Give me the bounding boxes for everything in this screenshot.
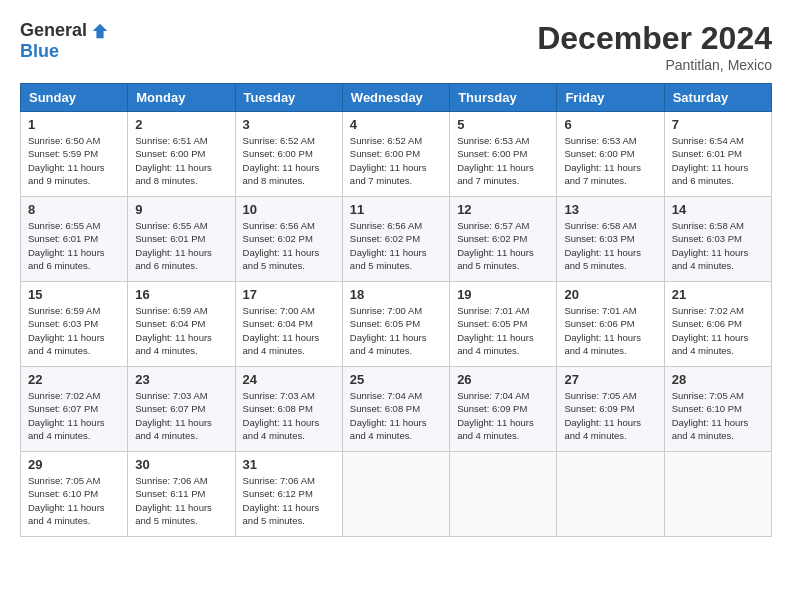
col-thursday: Thursday xyxy=(450,84,557,112)
table-row: 23Sunrise: 7:03 AM Sunset: 6:07 PM Dayli… xyxy=(128,367,235,452)
table-row: 27Sunrise: 7:05 AM Sunset: 6:09 PM Dayli… xyxy=(557,367,664,452)
day-info: Sunrise: 7:05 AM Sunset: 6:10 PM Dayligh… xyxy=(28,474,120,527)
day-number: 20 xyxy=(564,287,656,302)
col-saturday: Saturday xyxy=(664,84,771,112)
day-number: 7 xyxy=(672,117,764,132)
calendar-week-3: 15Sunrise: 6:59 AM Sunset: 6:03 PM Dayli… xyxy=(21,282,772,367)
day-number: 30 xyxy=(135,457,227,472)
calendar-week-5: 29Sunrise: 7:05 AM Sunset: 6:10 PM Dayli… xyxy=(21,452,772,537)
table-row: 10Sunrise: 6:56 AM Sunset: 6:02 PM Dayli… xyxy=(235,197,342,282)
table-row: 6Sunrise: 6:53 AM Sunset: 6:00 PM Daylig… xyxy=(557,112,664,197)
location: Pantitlan, Mexico xyxy=(537,57,772,73)
calendar-table: Sunday Monday Tuesday Wednesday Thursday… xyxy=(20,83,772,537)
calendar-header-row: Sunday Monday Tuesday Wednesday Thursday… xyxy=(21,84,772,112)
day-number: 19 xyxy=(457,287,549,302)
calendar-week-4: 22Sunrise: 7:02 AM Sunset: 6:07 PM Dayli… xyxy=(21,367,772,452)
day-number: 29 xyxy=(28,457,120,472)
day-number: 15 xyxy=(28,287,120,302)
table-row: 15Sunrise: 6:59 AM Sunset: 6:03 PM Dayli… xyxy=(21,282,128,367)
table-row: 19Sunrise: 7:01 AM Sunset: 6:05 PM Dayli… xyxy=(450,282,557,367)
day-number: 3 xyxy=(243,117,335,132)
day-info: Sunrise: 6:52 AM Sunset: 6:00 PM Dayligh… xyxy=(243,134,335,187)
col-wednesday: Wednesday xyxy=(342,84,449,112)
table-row: 26Sunrise: 7:04 AM Sunset: 6:09 PM Dayli… xyxy=(450,367,557,452)
day-number: 10 xyxy=(243,202,335,217)
day-number: 23 xyxy=(135,372,227,387)
day-info: Sunrise: 7:06 AM Sunset: 6:12 PM Dayligh… xyxy=(243,474,335,527)
table-row: 11Sunrise: 6:56 AM Sunset: 6:02 PM Dayli… xyxy=(342,197,449,282)
day-info: Sunrise: 6:51 AM Sunset: 6:00 PM Dayligh… xyxy=(135,134,227,187)
day-number: 27 xyxy=(564,372,656,387)
title-block: December 2024 Pantitlan, Mexico xyxy=(537,20,772,73)
day-info: Sunrise: 7:02 AM Sunset: 6:07 PM Dayligh… xyxy=(28,389,120,442)
table-row xyxy=(342,452,449,537)
day-number: 13 xyxy=(564,202,656,217)
table-row: 21Sunrise: 7:02 AM Sunset: 6:06 PM Dayli… xyxy=(664,282,771,367)
day-info: Sunrise: 7:05 AM Sunset: 6:09 PM Dayligh… xyxy=(564,389,656,442)
table-row: 25Sunrise: 7:04 AM Sunset: 6:08 PM Dayli… xyxy=(342,367,449,452)
day-info: Sunrise: 6:52 AM Sunset: 6:00 PM Dayligh… xyxy=(350,134,442,187)
day-info: Sunrise: 6:50 AM Sunset: 5:59 PM Dayligh… xyxy=(28,134,120,187)
day-number: 6 xyxy=(564,117,656,132)
day-number: 16 xyxy=(135,287,227,302)
day-info: Sunrise: 7:04 AM Sunset: 6:09 PM Dayligh… xyxy=(457,389,549,442)
day-info: Sunrise: 7:06 AM Sunset: 6:11 PM Dayligh… xyxy=(135,474,227,527)
day-info: Sunrise: 7:00 AM Sunset: 6:04 PM Dayligh… xyxy=(243,304,335,357)
table-row: 7Sunrise: 6:54 AM Sunset: 6:01 PM Daylig… xyxy=(664,112,771,197)
day-number: 4 xyxy=(350,117,442,132)
day-info: Sunrise: 7:00 AM Sunset: 6:05 PM Dayligh… xyxy=(350,304,442,357)
day-number: 5 xyxy=(457,117,549,132)
month-title: December 2024 xyxy=(537,20,772,57)
table-row: 24Sunrise: 7:03 AM Sunset: 6:08 PM Dayli… xyxy=(235,367,342,452)
table-row xyxy=(450,452,557,537)
col-sunday: Sunday xyxy=(21,84,128,112)
day-number: 18 xyxy=(350,287,442,302)
table-row: 31Sunrise: 7:06 AM Sunset: 6:12 PM Dayli… xyxy=(235,452,342,537)
page-header: General Blue December 2024 Pantitlan, Me… xyxy=(20,20,772,73)
day-number: 12 xyxy=(457,202,549,217)
table-row: 2Sunrise: 6:51 AM Sunset: 6:00 PM Daylig… xyxy=(128,112,235,197)
table-row: 9Sunrise: 6:55 AM Sunset: 6:01 PM Daylig… xyxy=(128,197,235,282)
table-row xyxy=(664,452,771,537)
table-row: 16Sunrise: 6:59 AM Sunset: 6:04 PM Dayli… xyxy=(128,282,235,367)
day-info: Sunrise: 6:56 AM Sunset: 6:02 PM Dayligh… xyxy=(350,219,442,272)
table-row: 17Sunrise: 7:00 AM Sunset: 6:04 PM Dayli… xyxy=(235,282,342,367)
day-number: 26 xyxy=(457,372,549,387)
calendar-week-1: 1Sunrise: 6:50 AM Sunset: 5:59 PM Daylig… xyxy=(21,112,772,197)
day-info: Sunrise: 7:03 AM Sunset: 6:08 PM Dayligh… xyxy=(243,389,335,442)
col-monday: Monday xyxy=(128,84,235,112)
day-number: 25 xyxy=(350,372,442,387)
day-number: 9 xyxy=(135,202,227,217)
table-row: 18Sunrise: 7:00 AM Sunset: 6:05 PM Dayli… xyxy=(342,282,449,367)
day-number: 2 xyxy=(135,117,227,132)
table-row xyxy=(557,452,664,537)
day-number: 14 xyxy=(672,202,764,217)
table-row: 20Sunrise: 7:01 AM Sunset: 6:06 PM Dayli… xyxy=(557,282,664,367)
day-info: Sunrise: 6:55 AM Sunset: 6:01 PM Dayligh… xyxy=(28,219,120,272)
day-number: 21 xyxy=(672,287,764,302)
day-info: Sunrise: 7:01 AM Sunset: 6:06 PM Dayligh… xyxy=(564,304,656,357)
table-row: 14Sunrise: 6:58 AM Sunset: 6:03 PM Dayli… xyxy=(664,197,771,282)
day-number: 22 xyxy=(28,372,120,387)
table-row: 4Sunrise: 6:52 AM Sunset: 6:00 PM Daylig… xyxy=(342,112,449,197)
table-row: 5Sunrise: 6:53 AM Sunset: 6:00 PM Daylig… xyxy=(450,112,557,197)
table-row: 1Sunrise: 6:50 AM Sunset: 5:59 PM Daylig… xyxy=(21,112,128,197)
table-row: 29Sunrise: 7:05 AM Sunset: 6:10 PM Dayli… xyxy=(21,452,128,537)
day-info: Sunrise: 6:54 AM Sunset: 6:01 PM Dayligh… xyxy=(672,134,764,187)
table-row: 3Sunrise: 6:52 AM Sunset: 6:00 PM Daylig… xyxy=(235,112,342,197)
day-number: 17 xyxy=(243,287,335,302)
day-number: 11 xyxy=(350,202,442,217)
table-row: 30Sunrise: 7:06 AM Sunset: 6:11 PM Dayli… xyxy=(128,452,235,537)
day-info: Sunrise: 7:05 AM Sunset: 6:10 PM Dayligh… xyxy=(672,389,764,442)
day-number: 31 xyxy=(243,457,335,472)
day-info: Sunrise: 6:59 AM Sunset: 6:04 PM Dayligh… xyxy=(135,304,227,357)
day-info: Sunrise: 6:58 AM Sunset: 6:03 PM Dayligh… xyxy=(564,219,656,272)
day-info: Sunrise: 6:53 AM Sunset: 6:00 PM Dayligh… xyxy=(564,134,656,187)
day-info: Sunrise: 6:58 AM Sunset: 6:03 PM Dayligh… xyxy=(672,219,764,272)
day-number: 24 xyxy=(243,372,335,387)
day-number: 8 xyxy=(28,202,120,217)
calendar-week-2: 8Sunrise: 6:55 AM Sunset: 6:01 PM Daylig… xyxy=(21,197,772,282)
day-info: Sunrise: 7:04 AM Sunset: 6:08 PM Dayligh… xyxy=(350,389,442,442)
logo-general-text: General xyxy=(20,20,87,41)
table-row: 12Sunrise: 6:57 AM Sunset: 6:02 PM Dayli… xyxy=(450,197,557,282)
